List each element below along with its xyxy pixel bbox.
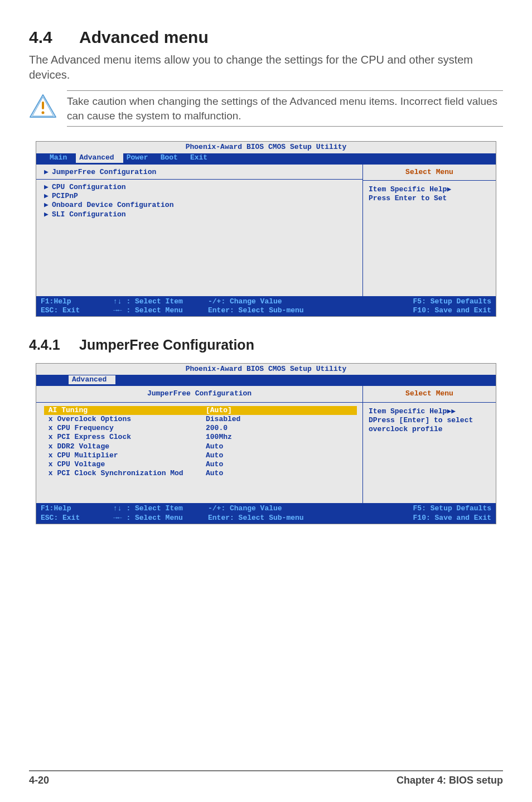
footer-sel-menu: →← : Select Menu — [113, 306, 208, 315]
setting-label: AI Tuning — [44, 406, 206, 415]
bios-footer: F1:Help ↑↓ : Select Item -/+: Change Val… — [36, 296, 496, 317]
subsection-title: JumperFree Configuration — [79, 337, 254, 352]
tab-main[interactable]: Main — [46, 153, 76, 162]
setting-value: 100Mhz — [206, 433, 232, 442]
footer2-sel-menu: →← : Select Menu — [113, 514, 208, 523]
page-number: 4-20 — [29, 775, 49, 786]
setting-value: 200.0 — [206, 424, 228, 433]
tab-advanced[interactable]: Advanced — [76, 153, 123, 162]
footer2-change: -/+: Change Value — [208, 504, 336, 513]
bios-menubar-2: Advanced — [36, 375, 496, 385]
setting-row[interactable]: x CPU Frequency200.0 — [44, 424, 357, 433]
footer-f10: F10: Save and Exit — [336, 306, 491, 315]
footer2-f1: F1:Help — [41, 504, 113, 513]
footer-f5: F5: Setup Defaults — [336, 297, 491, 306]
bios-help-panel-2: Select Menu Item Specific Help▶▶ DPress … — [363, 386, 496, 503]
help-title: Select Menu — [363, 165, 496, 181]
setting-label: x CPU Voltage — [44, 460, 206, 469]
setting-value: Auto — [206, 460, 223, 469]
tab-advanced-2[interactable]: Advanced — [69, 375, 115, 384]
svg-point-3 — [42, 112, 45, 114]
setting-value: Disabled — [206, 415, 240, 424]
setting-label: x CPU Frequency — [44, 424, 206, 433]
footer-f1: F1:Help — [41, 297, 113, 306]
footer2-f10: F10: Save and Exit — [336, 514, 491, 523]
setting-row[interactable]: x PCI Express Clock100Mhz — [44, 433, 357, 442]
menu-item-jumperfree[interactable]: ▶JumperFree Configuration — [44, 168, 357, 177]
bios-footer-2: F1:Help ↑↓ : Select Item -/+: Change Val… — [36, 503, 496, 524]
bios-title-2: Phoenix-Award BIOS CMOS Setup Utility — [36, 364, 496, 375]
setting-value: Auto — [206, 442, 223, 451]
section-title: Advanced menu — [79, 28, 209, 46]
bios-left-panel-2: JumperFree Configuration AI Tuning[Auto]… — [36, 386, 363, 503]
footer2-sel-item: ↑↓ : Select Item — [113, 504, 208, 513]
setting-row[interactable]: x Overclock OptionsDisabled — [44, 415, 357, 424]
setting-row[interactable]: x CPU MultiplierAuto — [44, 451, 357, 460]
warning-icon — [29, 94, 57, 118]
footer-change: -/+: Change Value — [208, 297, 336, 306]
bios-menubar: Main Advanced Power Boot Exit — [36, 153, 496, 163]
setting-label: x PCI Express Clock — [44, 433, 206, 442]
setting-value: Auto — [206, 469, 223, 478]
setting-value: [Auto] — [206, 406, 232, 415]
footer-enter: Enter: Select Sub-menu — [208, 306, 336, 315]
footer2-esc: ESC: Exit — [41, 514, 113, 523]
tab-boot[interactable]: Boot — [157, 153, 187, 162]
subsection-heading: 4.4.1JumperFree Configuration — [29, 337, 503, 353]
bios-screenshot-jumperfree: Phoenix-Award BIOS CMOS Setup Utility Ad… — [36, 363, 496, 524]
caution-block: Take caution when changing the settings … — [29, 90, 503, 127]
section-number: 4.4 — [29, 28, 79, 47]
help-line-1: Item Specific Help▶ — [369, 185, 490, 194]
tab-power[interactable]: Power — [123, 153, 157, 162]
footer2-f5: F5: Setup Defaults — [336, 504, 491, 513]
menu-item-onboard[interactable]: ▶Onboard Device Configuration — [44, 201, 357, 210]
svg-rect-2 — [42, 102, 44, 109]
bios-title: Phoenix-Award BIOS CMOS Setup Utility — [36, 142, 496, 153]
subsection-number: 4.4.1 — [29, 337, 79, 353]
page-footer: 4-20 Chapter 4: BIOS setup — [29, 770, 503, 786]
setting-value: Auto — [206, 451, 223, 460]
setting-row[interactable]: x PCI Clock Synchronization ModAuto — [44, 469, 357, 478]
caution-text: Take caution when changing the settings … — [67, 94, 503, 123]
setting-label: x Overclock Options — [44, 415, 206, 424]
setting-row[interactable]: x DDR2 VoltageAuto — [44, 442, 357, 451]
setting-row[interactable]: AI Tuning[Auto] — [44, 406, 357, 415]
bios-screenshot-advanced: Phoenix-Award BIOS CMOS Setup Utility Ma… — [36, 141, 496, 317]
bios-left-panel: ▶JumperFree Configuration ▶CPU Configura… — [36, 165, 363, 296]
menu-item-pcipnp[interactable]: ▶PCIPnP — [44, 192, 357, 201]
help-title-2: Select Menu — [363, 386, 496, 402]
setting-label: x PCI Clock Synchronization Mod — [44, 469, 206, 478]
bios-help-panel: Select Menu Item Specific Help▶ Press En… — [363, 165, 496, 296]
help2-line-1: Item Specific Help▶▶ — [369, 407, 490, 416]
footer-sel-item: ↑↓ : Select Item — [113, 297, 208, 306]
menu-item-sli[interactable]: ▶SLI Configuration — [44, 210, 357, 219]
footer2-enter: Enter: Select Sub-menu — [208, 514, 336, 523]
intro-paragraph: The Advanced menu items allow you to cha… — [29, 52, 503, 83]
caution-text-wrap: Take caution when changing the settings … — [67, 90, 503, 127]
help-line-3: Press Enter to Set — [369, 194, 490, 203]
help2-line-3: DPress [Enter] to select overclock profi… — [369, 416, 490, 434]
section-heading: 4.4Advanced menu — [29, 28, 503, 47]
setting-row[interactable]: x CPU VoltageAuto — [44, 460, 357, 469]
setting-label: x CPU Multiplier — [44, 451, 206, 460]
panel-title: JumperFree Configuration — [36, 389, 362, 402]
setting-label: x DDR2 Voltage — [44, 442, 206, 451]
chapter-label: Chapter 4: BIOS setup — [396, 775, 503, 786]
footer-esc: ESC: Exit — [41, 306, 113, 315]
tab-exit[interactable]: Exit — [187, 153, 216, 162]
menu-item-cpu-config[interactable]: ▶CPU Configuration — [44, 183, 357, 192]
